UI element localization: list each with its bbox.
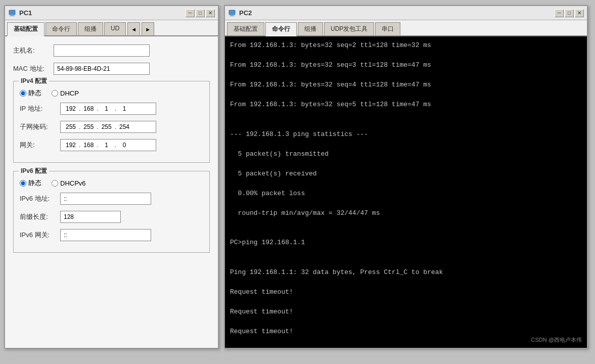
ipv6-section-title: IPv6 配置 [19, 167, 49, 175]
pc1-icon [8, 9, 16, 17]
pc1-title: PC1 [19, 9, 186, 17]
ip-row: IP 地址: . . . [20, 103, 203, 115]
pc2-tab-bar: 基础配置 命令行 组播 UDP发包工具 串口 [225, 20, 587, 36]
pc2-window-controls: ─ □ ✕ [555, 9, 584, 17]
mask-seg4[interactable] [116, 123, 132, 130]
ipv6-dhcpv6-label: DHCPv6 [60, 179, 86, 187]
mask-seg2[interactable] [80, 123, 97, 130]
terminal[interactable]: From 192.168.1.3: bytes=32 seq=2 ttl=128… [225, 36, 587, 348]
svg-rect-2 [10, 16, 15, 16]
mac-label: MAC 地址: [13, 64, 54, 73]
ipv6-addr-label: IPv6 地址: [20, 194, 60, 203]
tab-ud-pc1[interactable]: UD [104, 22, 126, 35]
ipv4-dhcp-label: DHCP [60, 89, 79, 97]
ipv6-gateway-row: IPv6 网关: [20, 229, 203, 241]
ipv4-static-radio[interactable] [20, 90, 26, 97]
svg-rect-5 [230, 16, 235, 16]
gw-seg3[interactable] [99, 142, 115, 149]
ipv6-static-radio[interactable] [20, 180, 26, 187]
ipv6-mode-row: 静态 DHCPv6 [20, 178, 203, 188]
pc1-tab-bar: 基础配置 命令行 组播 UD ◄ ► [5, 20, 218, 36]
gateway-label: 网关: [20, 141, 60, 150]
ip-seg2[interactable] [80, 105, 97, 112]
ipv6-gateway-label: IPv6 网关: [20, 231, 60, 240]
pc2-maximize-btn[interactable]: □ [565, 9, 574, 17]
mask-input-group[interactable]: . . . [60, 121, 156, 133]
tab-nav-right-pc1[interactable]: ► [142, 22, 154, 35]
tab-zubo-pc2[interactable]: 组播 [298, 22, 323, 35]
watermark: CSDN @西电卢本伟 [531, 336, 582, 344]
gw-seg2[interactable] [80, 142, 97, 149]
ipv4-section: IPv4 配置 静态 DHCP IP 地址: . . [13, 81, 210, 163]
svg-rect-3 [229, 10, 235, 15]
hostname-row: 主机名: [13, 44, 210, 57]
tab-chuankou-pc2[interactable]: 串口 [375, 22, 400, 35]
ipv4-static-option[interactable]: 静态 [20, 88, 41, 98]
ipv6-prefix-row: 前缀长度: [20, 211, 203, 223]
mac-input[interactable] [54, 63, 150, 75]
pc2-inner: From 192.168.1.3: bytes=32 seq=2 ttl=128… [225, 36, 587, 348]
mask-seg1[interactable] [63, 123, 79, 130]
ip-label: IP 地址: [20, 104, 60, 113]
mask-row: 子网掩码: . . . [20, 121, 203, 133]
mask-label: 子网掩码: [20, 122, 60, 131]
ipv6-static-label: 静态 [28, 178, 41, 188]
ip-input-group[interactable]: . . . [60, 103, 156, 115]
svg-rect-1 [11, 15, 14, 16]
pc1-title-bar: PC1 ─ □ ✕ [5, 6, 218, 20]
ip-seg4[interactable] [116, 105, 132, 112]
ip-seg3[interactable] [99, 105, 115, 112]
pc2-title: PC2 [239, 9, 555, 17]
tab-jichupeizhi-pc2[interactable]: 基础配置 [227, 22, 264, 35]
ipv6-prefix-label: 前缀长度: [20, 212, 60, 221]
pc2-close-btn[interactable]: ✕ [575, 9, 584, 17]
tab-minglinghang-pc1[interactable]: 命令行 [45, 22, 77, 35]
ipv6-addr-input[interactable] [60, 193, 151, 205]
ipv4-static-label: 静态 [28, 88, 41, 98]
tab-udp-pc2[interactable]: UDP发包工具 [324, 22, 374, 35]
ipv4-section-title: IPv4 配置 [19, 77, 49, 85]
svg-rect-4 [231, 15, 234, 16]
tab-nav-left-pc1[interactable]: ◄ [127, 22, 140, 35]
svg-rect-0 [9, 10, 15, 15]
tab-jichupeizhi-pc1[interactable]: 基础配置 [7, 22, 44, 36]
mask-seg3[interactable] [99, 123, 115, 130]
ipv4-mode-row: 静态 DHCP [20, 88, 203, 98]
ipv4-dhcp-radio[interactable] [52, 90, 58, 97]
hostname-label: 主机名: [13, 46, 54, 55]
pc1-minimize-btn[interactable]: ─ [186, 9, 195, 17]
ipv6-static-option[interactable]: 静态 [20, 178, 41, 188]
ipv6-section: IPv6 配置 静态 DHCPv6 IPv6 地址: 前缀长度: [13, 171, 210, 253]
pc1-window-controls: ─ □ ✕ [186, 9, 215, 17]
mac-row: MAC 地址: [13, 63, 210, 75]
pc2-minimize-btn[interactable]: ─ [555, 9, 564, 17]
pc2-title-bar: PC2 ─ □ ✕ [225, 6, 587, 20]
gw-seg1[interactable] [63, 142, 79, 149]
pc1-content: 主机名: MAC 地址: IPv4 配置 静态 DHCP [5, 36, 218, 348]
ipv6-dhcpv6-radio[interactable] [52, 180, 58, 187]
hostname-input[interactable] [54, 44, 150, 57]
ipv6-dhcpv6-option[interactable]: DHCPv6 [52, 179, 86, 187]
pc2-icon [228, 9, 236, 17]
gateway-input-group[interactable]: . . . [60, 139, 156, 151]
tab-minglinghang-pc2[interactable]: 命令行 [265, 22, 297, 36]
pc1-window: PC1 ─ □ ✕ 基础配置 命令行 组播 UD ◄ ► 主机名: MAC 地址… [4, 5, 219, 349]
ipv6-addr-row: IPv6 地址: [20, 193, 203, 205]
ipv6-gateway-input[interactable] [60, 229, 151, 241]
ipv4-dhcp-option[interactable]: DHCP [52, 89, 79, 97]
ipv6-prefix-input[interactable] [60, 211, 121, 223]
tab-zubo-pc1[interactable]: 组播 [78, 22, 103, 35]
pc2-window: PC2 ─ □ ✕ 基础配置 命令行 组播 UDP发包工具 串口 From 19… [224, 5, 588, 349]
pc1-maximize-btn[interactable]: □ [196, 9, 205, 17]
ip-seg1[interactable] [63, 105, 79, 112]
gw-seg4[interactable] [116, 142, 132, 149]
pc1-close-btn[interactable]: ✕ [206, 9, 215, 17]
gateway-row: 网关: . . . [20, 139, 203, 151]
